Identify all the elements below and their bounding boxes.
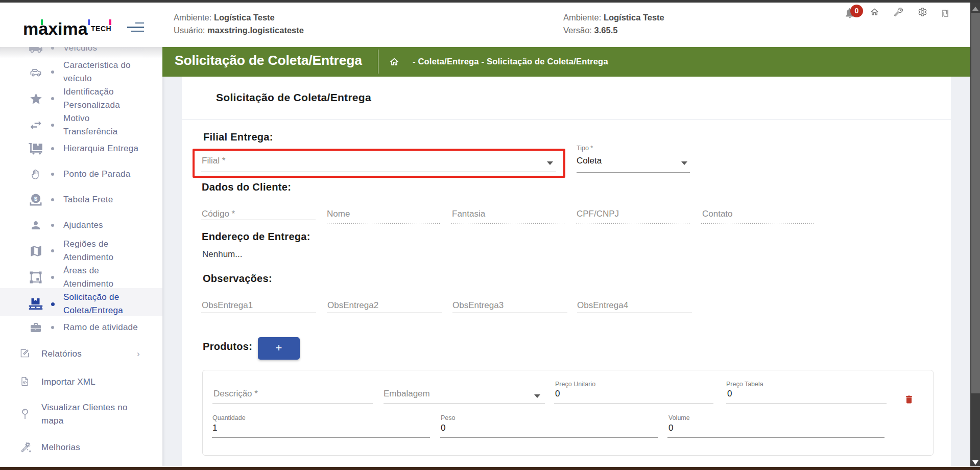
svg-text:$: $	[34, 196, 38, 202]
